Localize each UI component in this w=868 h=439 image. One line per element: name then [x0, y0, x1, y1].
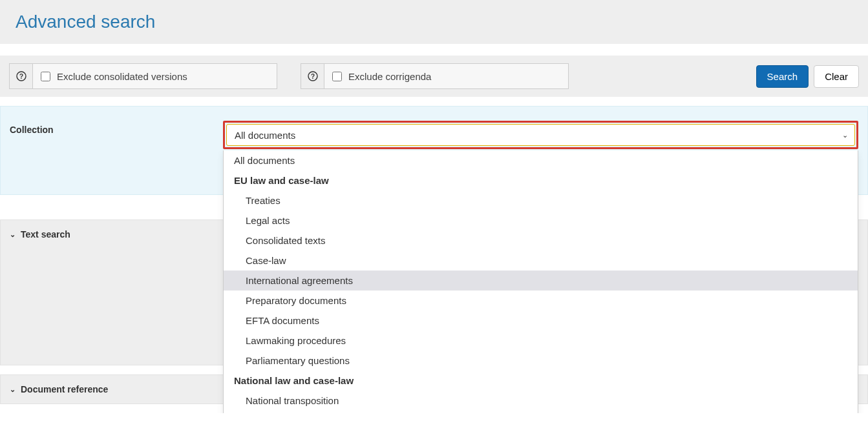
exclude-consolidated-group: ? Exclude consolidated versions	[9, 63, 277, 89]
collection-option[interactable]: All documents	[224, 150, 858, 170]
collection-option[interactable]: Treaties	[224, 190, 858, 210]
search-button[interactable]: Search	[756, 65, 809, 88]
collection-option[interactable]: National transposition	[224, 391, 858, 411]
help-icon[interactable]: ?	[301, 64, 324, 88]
collection-option[interactable]: Consolidated texts	[224, 230, 858, 250]
collection-option[interactable]: International agreements	[224, 271, 858, 291]
collection-option[interactable]: National case-law	[224, 411, 858, 413]
svg-text:?: ?	[19, 73, 23, 80]
document-reference-title: Document reference	[21, 384, 108, 394]
question-circle-icon: ?	[16, 71, 26, 81]
help-icon[interactable]: ?	[10, 64, 33, 88]
collection-option[interactable]: EFTA documents	[224, 311, 858, 331]
collection-selected-value: All documents	[235, 130, 295, 141]
collection-option[interactable]: Preparatory documents	[224, 291, 858, 311]
collection-option: EU law and case-law	[224, 170, 858, 190]
clear-button[interactable]: Clear	[814, 65, 859, 88]
collection-label: Collection	[10, 121, 223, 135]
exclude-corrigenda-checkbox[interactable]	[332, 72, 342, 81]
chevron-down-icon: ⌄	[10, 385, 16, 394]
collection-option[interactable]: Case-law	[224, 250, 858, 271]
collection-option: National law and case-law	[224, 371, 858, 391]
exclude-consolidated-checkbox[interactable]	[41, 72, 50, 81]
svg-text:?: ?	[310, 73, 314, 80]
chevron-down-icon: ⌄	[10, 230, 16, 239]
top-filter-bar: ? Exclude consolidated versions ? Exclud…	[0, 56, 868, 97]
page-header: Advanced search	[0, 0, 868, 44]
exclude-consolidated-label: Exclude consolidated versions	[57, 71, 187, 82]
collection-dropdown-wrap: All documents ⌄ All documentsEU law and …	[223, 121, 858, 149]
exclude-consolidated-label-wrap[interactable]: Exclude consolidated versions	[33, 71, 195, 82]
highlight-annotation: All documents ⌄	[223, 121, 858, 149]
collection-option[interactable]: Legal acts	[224, 210, 858, 230]
page-title: Advanced search	[16, 12, 852, 32]
collection-dropdown-list[interactable]: All documentsEU law and case-lawTreaties…	[223, 150, 858, 413]
collection-option[interactable]: Lawmaking procedures	[224, 331, 858, 351]
collection-select[interactable]: All documents ⌄	[226, 124, 855, 146]
exclude-corrigenda-group: ? Exclude corrigenda	[301, 63, 569, 89]
exclude-corrigenda-label: Exclude corrigenda	[348, 71, 431, 82]
collection-section: Collection All documents ⌄ All documents…	[0, 106, 868, 195]
chevron-down-icon: ⌄	[842, 131, 848, 139]
question-circle-icon: ?	[308, 71, 318, 81]
exclude-corrigenda-label-wrap[interactable]: Exclude corrigenda	[324, 71, 439, 82]
text-search-title: Text search	[21, 229, 70, 240]
collection-option[interactable]: Parliamentary questions	[224, 351, 858, 371]
